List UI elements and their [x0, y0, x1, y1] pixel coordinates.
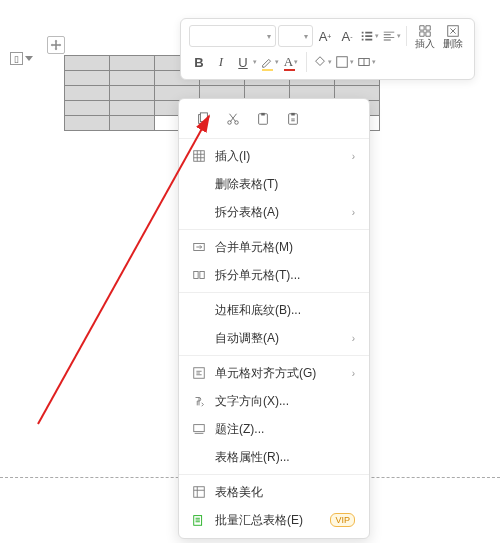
- svg-rect-8: [261, 113, 265, 116]
- font-name-select[interactable]: ▾: [189, 25, 276, 47]
- paste-icon[interactable]: [253, 109, 273, 129]
- highlight-button[interactable]: ▾: [259, 51, 279, 73]
- align-button[interactable]: ▾: [381, 25, 401, 47]
- outline-marker[interactable]: ▯: [10, 52, 33, 65]
- cut-icon[interactable]: [223, 109, 243, 129]
- svg-rect-14: [200, 272, 204, 279]
- delete-label: 删除: [440, 39, 466, 49]
- borders-button[interactable]: ▾: [334, 51, 354, 73]
- menu-batch-summary[interactable]: 批量汇总表格(E) VIP: [179, 506, 369, 534]
- table-context-menu: 插入(I) › 删除表格(T) 拆分表格(A) › 合并单元格(M) 拆分单元格…: [178, 98, 370, 539]
- svg-rect-10: [291, 113, 295, 116]
- italic-button[interactable]: I: [211, 51, 231, 73]
- menu-merge-cells[interactable]: 合并单元格(M): [179, 233, 369, 261]
- menu-delete-table[interactable]: 删除表格(T): [179, 170, 369, 198]
- vip-badge: VIP: [330, 513, 355, 527]
- delete-button[interactable]: [443, 24, 463, 38]
- menu-border-shading[interactable]: 边框和底纹(B)...: [179, 296, 369, 324]
- increase-font-button[interactable]: A+: [315, 25, 335, 47]
- bullets-button[interactable]: ▾: [359, 25, 379, 47]
- font-color-button[interactable]: A ▾: [281, 51, 301, 73]
- underline-button[interactable]: U: [233, 51, 253, 73]
- svg-rect-17: [194, 487, 205, 498]
- menu-autofit[interactable]: 自动调整(A) ›: [179, 324, 369, 352]
- menu-insert[interactable]: 插入(I) ›: [179, 142, 369, 170]
- menu-table-style[interactable]: 表格美化: [179, 478, 369, 506]
- svg-rect-11: [194, 151, 205, 162]
- svg-rect-13: [194, 272, 198, 279]
- menu-caption[interactable]: 题注(Z)...: [179, 415, 369, 443]
- chevron-right-icon: ›: [352, 151, 355, 162]
- menu-split-cells[interactable]: 拆分单元格(T)...: [179, 261, 369, 289]
- insert-label: 插入: [412, 39, 438, 49]
- merge-button[interactable]: ▾: [356, 51, 376, 73]
- svg-rect-16: [194, 425, 205, 432]
- insert-button[interactable]: [415, 24, 435, 38]
- copy-icon[interactable]: [193, 109, 213, 129]
- chevron-right-icon: ›: [352, 333, 355, 344]
- bold-button[interactable]: B: [189, 51, 209, 73]
- menu-split-table[interactable]: 拆分表格(A) ›: [179, 198, 369, 226]
- menu-cell-alignment[interactable]: 单元格对齐方式(G) ›: [179, 359, 369, 387]
- paste-special-icon[interactable]: [283, 109, 303, 129]
- decrease-font-button[interactable]: A-: [337, 25, 357, 47]
- menu-text-direction[interactable]: 文字方向(X)...: [179, 387, 369, 415]
- chevron-right-icon: ›: [352, 207, 355, 218]
- mini-toolbar: ▾ ▾ A+ A- ▾ ▾ 插入 删除 B I U ▾: [180, 18, 475, 80]
- svg-rect-4: [200, 113, 207, 122]
- shading-button[interactable]: ▾: [312, 51, 332, 73]
- menu-table-properties[interactable]: 表格属性(R)...: [179, 443, 369, 471]
- font-size-select[interactable]: ▾: [278, 25, 314, 47]
- chevron-right-icon: ›: [352, 368, 355, 379]
- svg-rect-1: [336, 57, 347, 68]
- table-move-handle[interactable]: [47, 36, 65, 54]
